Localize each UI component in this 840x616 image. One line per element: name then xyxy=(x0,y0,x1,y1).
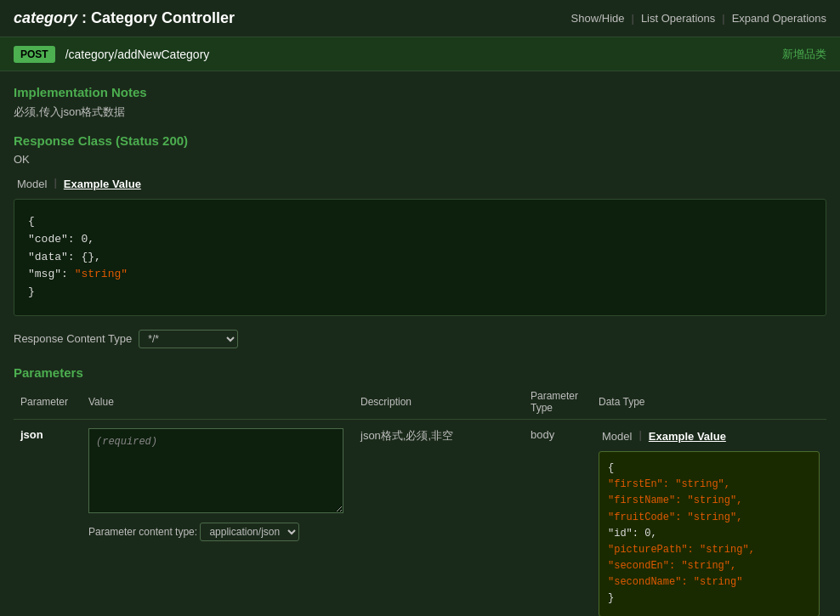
code-key-msg: "msg" xyxy=(28,268,61,280)
parameters-section: Parameters Parameter Value Description P… xyxy=(14,365,826,616)
col-data-type: Data Type xyxy=(592,385,826,420)
data-type-code-block: { "firstEn": "string", "firstName": "str… xyxy=(599,451,820,616)
response-content-type-row: Response Content Type */* application/js… xyxy=(14,330,826,348)
response-model-tabs: Model | Example Value xyxy=(14,176,826,192)
header-colon: : xyxy=(77,9,91,26)
param-description: json格式,必须,非空 xyxy=(360,429,453,442)
param-content-type-label: Parameter content type: xyxy=(88,526,197,538)
show-hide-link[interactable]: Show/Hide xyxy=(571,12,625,25)
dt-line4: "fruitCode": "string", xyxy=(608,511,742,523)
nav-divider-1: | xyxy=(631,12,633,25)
expand-operations-link[interactable]: Expand Operations xyxy=(732,12,826,25)
param-name: json xyxy=(20,428,43,441)
post-bar[interactable]: POST /category/addNewCategory 新增品类 xyxy=(0,37,840,71)
dt-line3: "firstName": "string", xyxy=(608,494,742,506)
parameters-title: Parameters xyxy=(14,365,826,380)
dt-line5: "id": 0, xyxy=(608,528,657,540)
col-value: Value xyxy=(82,385,354,420)
header-title: category : Category Controller xyxy=(14,9,571,27)
response-content-type-select[interactable]: */* application/json text/plain xyxy=(139,330,238,348)
response-class-title: Response Class (Status 200) xyxy=(14,133,826,148)
implementation-notes-title: Implementation Notes xyxy=(14,85,826,99)
param-name-cell: json xyxy=(14,419,82,616)
col-param-type: Parameter Type xyxy=(524,385,592,420)
implementation-notes-subtitle: 必须,传入json格式数据 xyxy=(14,105,826,120)
table-row: json Parameter content type: application… xyxy=(14,419,826,616)
col-parameter: Parameter xyxy=(14,385,82,420)
dt-line8: "secondName": "string" xyxy=(608,576,742,588)
category-label: category xyxy=(14,9,77,26)
content-area: Implementation Notes 必须,传入json格式数据 Respo… xyxy=(0,71,840,616)
list-operations-link[interactable]: List Operations xyxy=(641,12,715,25)
dt-line2: "firstEn": "string", xyxy=(608,478,730,490)
param-content-type-select[interactable]: application/json text/plain xyxy=(200,523,299,541)
controller-name: Category Controller xyxy=(91,9,235,26)
param-type: body xyxy=(531,428,554,441)
code-line-1: { xyxy=(28,215,35,228)
parameters-table: Parameter Value Description Parameter Ty… xyxy=(14,385,826,616)
post-url: /category/addNewCategory xyxy=(65,48,782,61)
dt-line7: "secondEn": "string", xyxy=(608,560,736,572)
param-value-cell: Parameter content type: application/json… xyxy=(82,419,354,616)
code-key-code: "code" xyxy=(28,233,68,246)
response-class-status: OK xyxy=(14,153,826,166)
dt-line6: "picturePath": "string", xyxy=(608,544,755,556)
param-value-input[interactable] xyxy=(88,428,343,513)
nav-divider-2: | xyxy=(722,12,724,25)
example-value-tab[interactable]: Example Value xyxy=(60,176,145,192)
header: category : Category Controller Show/Hide… xyxy=(0,0,840,37)
header-nav: Show/Hide | List Operations | Expand Ope… xyxy=(571,12,826,25)
dt-line9: } xyxy=(608,592,614,604)
post-description: 新增品类 xyxy=(782,47,826,62)
code-val-msg: "string" xyxy=(75,268,128,280)
param-model-tabs: Model | Example Value xyxy=(599,428,820,444)
response-content-type-label: Response Content Type xyxy=(14,332,132,345)
code-val-data: {}, xyxy=(81,251,100,263)
param-description-cell: json格式,必须,非空 xyxy=(354,419,524,616)
param-model-tab[interactable]: Model xyxy=(599,428,635,444)
param-type-cell: body xyxy=(524,419,592,616)
params-header-row: Parameter Value Description Parameter Ty… xyxy=(14,385,826,420)
response-code-block: { "code": 0, "data": {}, "msg": "string"… xyxy=(14,199,826,316)
tab-separator: | xyxy=(54,176,56,192)
code-key-data: "data" xyxy=(28,251,68,263)
param-data-type-cell: Model | Example Value { "firstEn": "stri… xyxy=(592,419,826,616)
param-content-type-row: Parameter content type: application/json… xyxy=(88,523,347,541)
code-line-5: } xyxy=(28,285,35,298)
post-badge: POST xyxy=(14,46,55,63)
model-tab[interactable]: Model xyxy=(14,176,50,192)
code-val-code: 0, xyxy=(81,233,94,246)
param-tab-sep: | xyxy=(639,428,641,444)
col-description: Description xyxy=(354,385,524,420)
param-example-tab[interactable]: Example Value xyxy=(645,428,729,444)
